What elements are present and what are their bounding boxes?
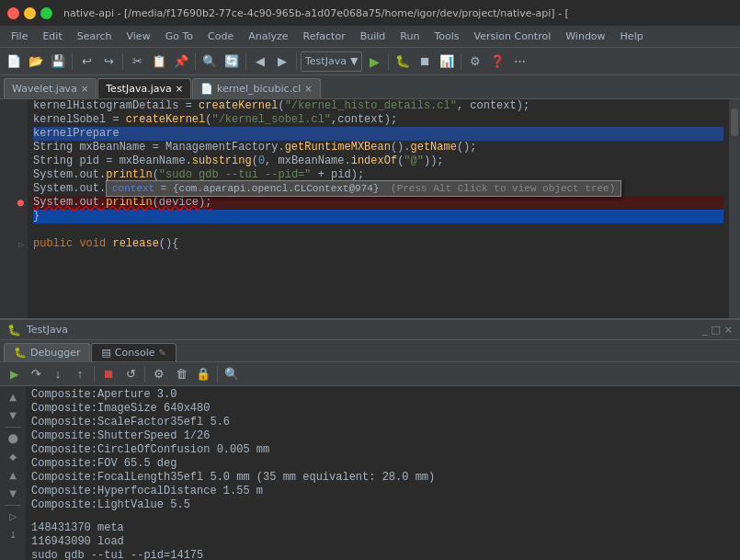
debug-scroll-lock[interactable]: 🔒 bbox=[193, 364, 213, 384]
debug-win-buttons: _ □ × bbox=[702, 324, 733, 336]
tab-testjava-close[interactable]: × bbox=[176, 84, 183, 94]
console-btn1[interactable]: ⬤ bbox=[5, 429, 21, 446]
toolbar-back[interactable]: ◀ bbox=[250, 51, 270, 72]
menu-run[interactable]: Run bbox=[393, 29, 427, 44]
tab-wavelet[interactable]: Wavelet.java × bbox=[4, 78, 97, 98]
menu-edit[interactable]: Edit bbox=[35, 29, 69, 44]
debug-settings[interactable]: ⚙ bbox=[149, 364, 169, 384]
tab-kernel[interactable]: 📄 kernel_bicubic.cl × bbox=[192, 78, 321, 98]
menu-tools[interactable]: Tools bbox=[427, 29, 466, 44]
tooltip: context = {com.aparapi.opencl.CLContext@… bbox=[106, 180, 621, 197]
gutter-line-3 bbox=[18, 127, 24, 141]
debug-stop[interactable]: ⏹ bbox=[98, 364, 119, 384]
tab-debugger[interactable]: 🐛 Debugger bbox=[4, 343, 90, 361]
toolbar-copy[interactable]: 📋 bbox=[149, 51, 169, 72]
toolbar-open[interactable]: 📂 bbox=[26, 51, 46, 72]
code-content[interactable]: kernelHistogramDetails = createKernel("/… bbox=[28, 99, 729, 318]
debug-inspect[interactable]: 🔍 bbox=[222, 364, 242, 384]
menu-build[interactable]: Build bbox=[353, 29, 393, 44]
gutter-line-8: ● bbox=[17, 196, 24, 210]
console-btn5[interactable]: ▷ bbox=[5, 508, 21, 524]
toolbar-paste[interactable]: 📌 bbox=[171, 51, 191, 72]
debug-step-into[interactable]: ↓ bbox=[48, 364, 68, 384]
toolbar-save[interactable]: 💾 bbox=[48, 51, 68, 72]
menu-view[interactable]: View bbox=[120, 29, 158, 44]
toolbar-sep-3 bbox=[195, 53, 196, 70]
debug-close[interactable]: × bbox=[724, 324, 733, 336]
toolbar-help[interactable]: ❓ bbox=[487, 51, 507, 72]
menu-bar: File Edit Search View Go To Code Analyze… bbox=[0, 26, 740, 48]
debug-sep-1 bbox=[94, 366, 95, 383]
toolbar-more[interactable]: ⋯ bbox=[509, 51, 529, 72]
code-line-11: public void release(){ bbox=[33, 237, 723, 251]
console-icon: ▤ bbox=[101, 347, 110, 359]
menu-help[interactable]: Help bbox=[613, 29, 651, 44]
debug-clear[interactable]: 🗑 bbox=[171, 364, 191, 384]
tooltip-hint: (Press Alt Click to view object tree) bbox=[391, 183, 615, 194]
console-up[interactable]: ▲ bbox=[5, 388, 21, 405]
run-config-dropdown[interactable]: TestJava ▼ bbox=[301, 51, 362, 72]
debug-toolbar: ▶ ↷ ↓ ↑ ⏹ ↺ ⚙ 🗑 🔒 🔍 bbox=[0, 362, 740, 386]
debug-title-bar: 🐛 TestJava _ □ × bbox=[0, 320, 740, 340]
toolbar-replace[interactable]: 🔄 bbox=[222, 51, 242, 72]
toolbar-settings[interactable]: ⚙ bbox=[465, 51, 485, 72]
menu-file[interactable]: File bbox=[4, 29, 35, 44]
gutter-line-6 bbox=[18, 168, 24, 182]
toolbar-coverage[interactable]: 📊 bbox=[437, 51, 457, 72]
console-gutter: ▲ ▼ ⬤ ◆ ▲ ▼ ▷ ⤓ bbox=[0, 386, 26, 560]
toolbar-redo[interactable]: ↪ bbox=[98, 51, 119, 72]
editor-tabs: Wavelet.java × TestJava.java × 📄 kernel_… bbox=[0, 75, 740, 99]
menu-code[interactable]: Code bbox=[200, 29, 241, 44]
console-btn2[interactable]: ◆ bbox=[5, 448, 21, 464]
console-label: Console bbox=[115, 347, 155, 359]
toolbar-debug[interactable]: 🐛 bbox=[393, 51, 413, 72]
toolbar-fwd[interactable]: ▶ bbox=[272, 51, 292, 72]
tab-kernel-label: kernel_bicubic.cl bbox=[217, 83, 301, 95]
debugger-label: Debugger bbox=[30, 347, 80, 359]
debug-panel: 🐛 TestJava _ □ × 🐛 Debugger ▤ Console ✎ … bbox=[0, 318, 740, 560]
console-area: ▲ ▼ ⬤ ◆ ▲ ▼ ▷ ⤓ Composite:Aperture 3.0 C… bbox=[0, 386, 740, 560]
console-down[interactable]: ▼ bbox=[5, 406, 21, 423]
editor-vscroll[interactable] bbox=[729, 99, 740, 318]
debug-tabs: 🐛 Debugger ▤ Console ✎ bbox=[0, 340, 740, 362]
debug-step-out[interactable]: ↑ bbox=[70, 364, 90, 384]
debug-icon: 🐛 bbox=[7, 324, 21, 337]
toolbar: 📄 📂 💾 ↩ ↪ ✂ 📋 📌 🔍 🔄 ◀ ▶ TestJava ▼ ▶ 🐛 ⏹… bbox=[0, 48, 740, 75]
toolbar-new[interactable]: 📄 bbox=[4, 51, 24, 72]
toolbar-find[interactable]: 🔍 bbox=[199, 51, 220, 72]
toolbar-sep-7 bbox=[461, 53, 461, 70]
tab-wavelet-close[interactable]: × bbox=[81, 84, 88, 94]
close-button[interactable] bbox=[7, 7, 19, 19]
debug-maximize[interactable]: □ bbox=[711, 324, 720, 336]
console-line-12: sudo gdb --tui --pid=14175 bbox=[31, 549, 734, 560]
tab-kernel-close[interactable]: × bbox=[304, 84, 312, 94]
maximize-button[interactable] bbox=[40, 7, 52, 19]
console-btn3[interactable]: ▲ bbox=[5, 466, 21, 483]
menu-window[interactable]: Window bbox=[558, 29, 612, 44]
console-btn4[interactable]: ▼ bbox=[5, 485, 21, 501]
toolbar-undo[interactable]: ↩ bbox=[76, 51, 97, 72]
menu-refactor[interactable]: Refactor bbox=[296, 29, 353, 44]
debug-step-over[interactable]: ↷ bbox=[26, 364, 46, 384]
run-button[interactable]: ▶ bbox=[364, 51, 384, 72]
code-line-2: kernelSobel = createKernel("/kernel_sobe… bbox=[33, 113, 723, 127]
menu-vcs[interactable]: Version Control bbox=[467, 29, 559, 44]
minimize-button[interactable] bbox=[24, 7, 36, 19]
code-line-4: String mxBeanName = ManagementFactory.ge… bbox=[33, 141, 723, 154]
code-line-9: } bbox=[33, 210, 723, 223]
code-line-8: System.out.println(device); bbox=[33, 196, 723, 210]
console-line-6: Composite:FOV 65.5 deg bbox=[31, 457, 734, 471]
toolbar-stop[interactable]: ⏹ bbox=[415, 51, 435, 72]
gutter-line-10 bbox=[18, 223, 24, 237]
menu-goto[interactable]: Go To bbox=[158, 29, 200, 44]
debug-resume[interactable]: ▶ bbox=[4, 364, 24, 384]
menu-analyze[interactable]: Analyze bbox=[241, 29, 295, 44]
console-btn6[interactable]: ⤓ bbox=[5, 526, 21, 543]
debug-restart[interactable]: ↺ bbox=[120, 364, 141, 384]
tab-testjava[interactable]: TestJava.java × bbox=[97, 78, 191, 98]
tab-console[interactable]: ▤ Console ✎ bbox=[91, 343, 176, 361]
toolbar-cut[interactable]: ✂ bbox=[127, 51, 147, 72]
debug-minimize[interactable]: _ bbox=[702, 324, 708, 336]
code-line-5: String pid = mxBeanName.substring(0, mxB… bbox=[33, 154, 723, 168]
menu-search[interactable]: Search bbox=[70, 29, 120, 44]
